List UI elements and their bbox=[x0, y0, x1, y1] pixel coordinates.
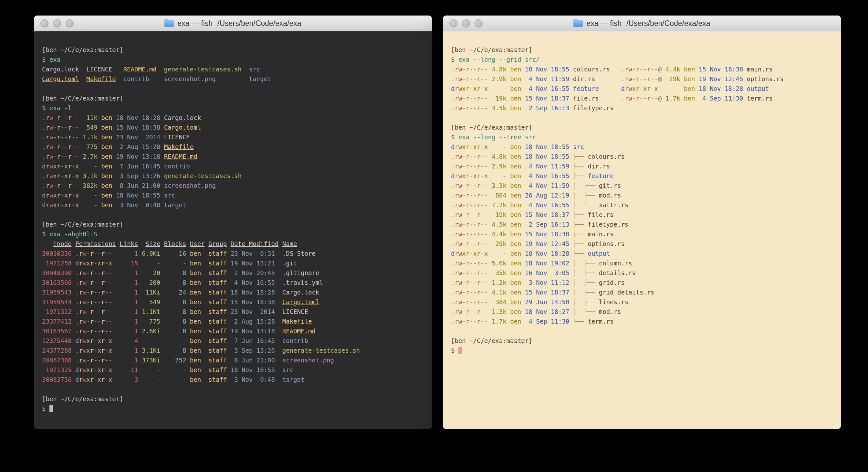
text bbox=[227, 337, 230, 344]
dim-text: - bbox=[83, 192, 98, 199]
build-file-name: Makefile bbox=[282, 318, 312, 325]
text bbox=[98, 172, 101, 179]
titlebar[interactable]: exa — fish /Users/ben/Code/exa/exa bbox=[34, 16, 432, 31]
text bbox=[521, 231, 525, 238]
window-title-name: exa — fish bbox=[586, 19, 622, 28]
text bbox=[521, 143, 525, 150]
text bbox=[521, 192, 525, 199]
file-size: 4.5k bbox=[492, 221, 506, 228]
user-name: ben bbox=[684, 66, 695, 73]
text bbox=[79, 143, 83, 150]
file-size: 19k bbox=[492, 211, 506, 218]
text bbox=[186, 376, 190, 383]
terminal-content[interactable]: [ben ~/C/e/exa:master]$ exa --long --gri… bbox=[443, 31, 841, 429]
text bbox=[98, 153, 101, 160]
text bbox=[113, 124, 116, 131]
file-size: 4.1k bbox=[492, 289, 506, 296]
text bbox=[205, 366, 208, 374]
directory-name: target bbox=[164, 201, 186, 208]
text bbox=[72, 250, 75, 257]
text bbox=[521, 250, 525, 257]
terminal-line: [ben ~/C/e/exa:master] bbox=[42, 93, 432, 103]
file-size: 3.1Ki bbox=[142, 347, 160, 354]
inode-number: 20087308 bbox=[42, 357, 72, 364]
dim-text: - bbox=[83, 163, 98, 170]
text bbox=[138, 250, 142, 257]
close-button[interactable] bbox=[450, 20, 458, 28]
text bbox=[160, 327, 164, 334]
hard-links-count: 1 bbox=[120, 357, 138, 364]
text: mod.rs bbox=[599, 308, 621, 315]
close-button[interactable] bbox=[40, 20, 49, 28]
user-name: ben bbox=[190, 318, 205, 325]
file-size: 4.5k bbox=[492, 105, 506, 112]
text bbox=[186, 298, 190, 305]
text bbox=[521, 201, 525, 208]
text bbox=[743, 66, 747, 73]
minimize-button[interactable] bbox=[462, 20, 470, 28]
user-name: ben bbox=[101, 124, 112, 131]
directory-name: contrib bbox=[123, 75, 149, 83]
text bbox=[160, 298, 164, 305]
text bbox=[72, 279, 75, 286]
date-modified: 4 Nov 11:59 bbox=[525, 75, 569, 83]
traffic-lights bbox=[450, 16, 483, 31]
text bbox=[488, 163, 492, 170]
titlebar[interactable]: exa — fish /Users/ben/Code/exa/exa bbox=[443, 16, 841, 31]
text bbox=[42, 240, 53, 247]
text bbox=[506, 201, 510, 208]
permissions: .rw-r--r-- bbox=[75, 357, 113, 364]
permissions: .rw-r--r-- bbox=[451, 298, 488, 305]
text bbox=[275, 279, 282, 286]
text: [ben ~/C/e/exa:master] bbox=[42, 221, 123, 228]
build-file-name: Makefile bbox=[164, 143, 194, 150]
text bbox=[506, 172, 510, 179]
text bbox=[160, 269, 164, 276]
terminal-line: .rw-r--r-- 2.9k ben 4 Nov 11:59 ├── dir.… bbox=[451, 161, 841, 171]
text bbox=[506, 75, 510, 83]
text bbox=[521, 182, 525, 189]
image-file-name: screenshot.png bbox=[164, 182, 216, 189]
terminal-line: .rw-r--r-- 3.3k ben 4 Nov 11:59 │ ├── gi… bbox=[451, 181, 841, 190]
date-modified: 3 Nov 11:12 bbox=[525, 279, 569, 286]
text bbox=[98, 163, 101, 170]
text bbox=[569, 172, 573, 179]
hard-links-count: 1 bbox=[120, 347, 138, 354]
tree-branch-icon: │ ├── bbox=[573, 269, 599, 276]
build-file-name: README.md bbox=[164, 153, 197, 160]
terminal-line: Cargo.lock LICENCE README.md generate-te… bbox=[42, 64, 432, 74]
text bbox=[695, 85, 699, 92]
minimize-button[interactable] bbox=[53, 20, 61, 28]
build-file-name: Cargo.toml bbox=[164, 124, 201, 131]
user-name: ben bbox=[510, 66, 521, 73]
text bbox=[488, 269, 492, 276]
permissions: .rw-r--r-- bbox=[451, 105, 488, 112]
text bbox=[275, 347, 282, 354]
directory-name: output bbox=[747, 85, 769, 92]
file-size: 549 bbox=[142, 298, 160, 305]
text bbox=[98, 124, 101, 131]
text bbox=[160, 308, 164, 315]
text bbox=[680, 75, 684, 83]
text bbox=[521, 221, 525, 228]
terminal-line: drwxr-xr-x - ben 18 Nov 18:28 ├── output bbox=[451, 248, 841, 258]
terminal-content[interactable]: [ben ~/C/e/exa:master]$ exaCargo.lock LI… bbox=[34, 31, 432, 429]
text bbox=[521, 85, 525, 92]
text bbox=[227, 318, 230, 325]
text bbox=[72, 260, 75, 267]
tree-branch-icon: ├── bbox=[573, 211, 588, 218]
permissions: drwxr-xr-x bbox=[75, 376, 113, 383]
zoom-button[interactable] bbox=[66, 20, 74, 28]
terminal-line: 1971258 drwxr-xr-x 15 - - ben staff 19 N… bbox=[42, 258, 432, 268]
dim-text: - bbox=[164, 376, 186, 383]
text bbox=[521, 75, 525, 83]
tree-branch-icon: │ ├── bbox=[573, 182, 599, 189]
text bbox=[275, 308, 282, 315]
zoom-button[interactable] bbox=[474, 20, 483, 28]
file-size: 35k bbox=[492, 269, 506, 276]
tree-branch-icon: │ └── bbox=[573, 201, 599, 208]
terminal-line: 30048390 .rw-r--r-- 1 20 8 ben staff 2 N… bbox=[42, 268, 432, 278]
terminal-line: [ben ~/C/e/exa:master] bbox=[451, 336, 841, 346]
text bbox=[521, 318, 525, 325]
terminal-line: .rw-r--r-- 1.2k ben 3 Nov 11:12 │ ├── gr… bbox=[451, 278, 841, 287]
